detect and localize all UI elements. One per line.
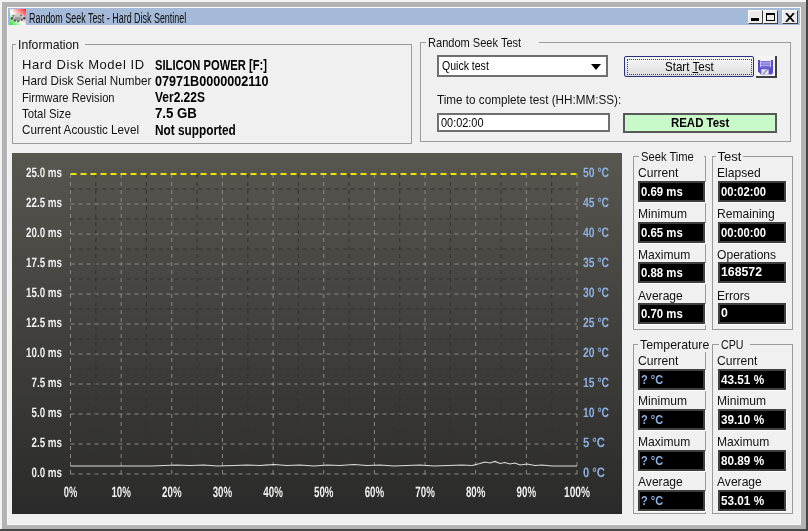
svg-text:22.5 ms: 22.5 ms (26, 195, 62, 210)
svg-text:0 °C: 0 °C (583, 465, 605, 480)
svg-text:0%: 0% (64, 484, 78, 501)
svg-text:40%: 40% (263, 484, 283, 501)
svg-text:17.5 ms: 17.5 ms (26, 255, 62, 270)
svg-text:90%: 90% (517, 484, 537, 501)
svg-text:12.5 ms: 12.5 ms (26, 315, 62, 330)
svg-text:30%: 30% (213, 484, 233, 501)
svg-text:45 °C: 45 °C (583, 195, 609, 210)
svg-text:10.0 ms: 10.0 ms (26, 345, 62, 360)
svg-text:70%: 70% (415, 484, 435, 501)
svg-text:20%: 20% (162, 484, 182, 501)
svg-text:10%: 10% (111, 484, 131, 501)
svg-text:7.5 ms: 7.5 ms (32, 375, 63, 390)
svg-text:100%: 100% (564, 484, 590, 501)
svg-text:20 °C: 20 °C (583, 345, 609, 360)
svg-text:2.5 ms: 2.5 ms (32, 435, 63, 450)
svg-text:40 °C: 40 °C (583, 225, 609, 240)
svg-text:15 °C: 15 °C (583, 375, 609, 390)
svg-text:15.0 ms: 15.0 ms (26, 285, 62, 300)
svg-text:50 °C: 50 °C (583, 165, 609, 180)
svg-text:20.0 ms: 20.0 ms (26, 225, 62, 240)
svg-text:5 °C: 5 °C (583, 435, 605, 450)
svg-text:0.0 ms: 0.0 ms (32, 465, 63, 480)
svg-text:25 °C: 25 °C (583, 315, 609, 330)
svg-text:10 °C: 10 °C (583, 405, 609, 420)
svg-text:30 °C: 30 °C (583, 285, 609, 300)
svg-text:60%: 60% (365, 484, 385, 501)
svg-text:50%: 50% (314, 484, 334, 501)
svg-text:35 °C: 35 °C (583, 255, 609, 270)
svg-text:80%: 80% (466, 484, 486, 501)
svg-text:5.0 ms: 5.0 ms (32, 405, 63, 420)
svg-text:25.0 ms: 25.0 ms (26, 165, 62, 180)
